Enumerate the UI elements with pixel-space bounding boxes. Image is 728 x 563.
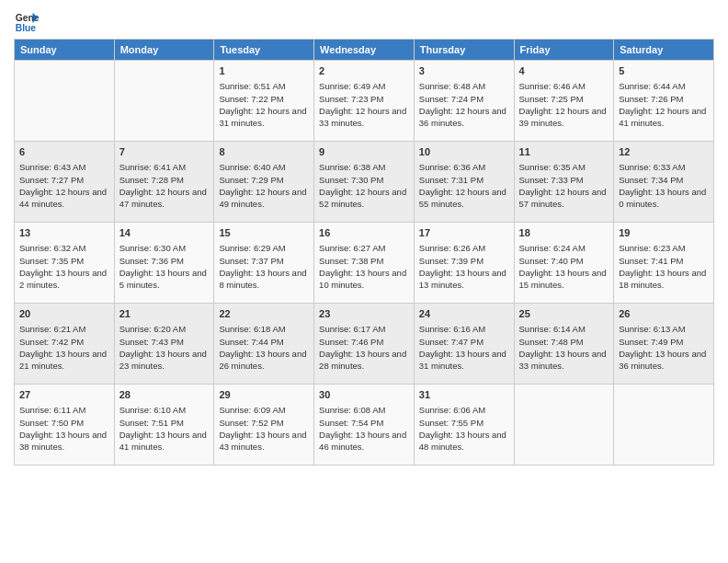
calendar-cell: 1Sunrise: 6:51 AM Sunset: 7:22 PM Daylig… bbox=[214, 61, 314, 142]
calendar-cell: 5Sunrise: 6:44 AM Sunset: 7:26 PM Daylig… bbox=[614, 61, 714, 142]
day-number: 20 bbox=[19, 307, 109, 321]
calendar-header-row: SundayMondayTuesdayWednesdayThursdayFrid… bbox=[15, 40, 714, 61]
day-number: 24 bbox=[419, 307, 509, 321]
day-number: 15 bbox=[219, 226, 309, 240]
day-info: Sunrise: 6:51 AM Sunset: 7:22 PM Dayligh… bbox=[219, 80, 309, 129]
calendar-cell: 21Sunrise: 6:20 AM Sunset: 7:43 PM Dayli… bbox=[114, 304, 214, 385]
calendar-cell: 29Sunrise: 6:09 AM Sunset: 7:52 PM Dayli… bbox=[214, 385, 314, 465]
day-info: Sunrise: 6:35 AM Sunset: 7:33 PM Dayligh… bbox=[519, 161, 609, 210]
day-info: Sunrise: 6:14 AM Sunset: 7:48 PM Dayligh… bbox=[519, 323, 609, 372]
calendar-cell: 11Sunrise: 6:35 AM Sunset: 7:33 PM Dayli… bbox=[514, 142, 614, 223]
calendar-cell: 17Sunrise: 6:26 AM Sunset: 7:39 PM Dayli… bbox=[414, 223, 514, 304]
day-info: Sunrise: 6:09 AM Sunset: 7:52 PM Dayligh… bbox=[219, 404, 309, 453]
calendar-cell bbox=[114, 61, 214, 142]
day-number: 4 bbox=[519, 64, 609, 78]
calendar-cell: 8Sunrise: 6:40 AM Sunset: 7:29 PM Daylig… bbox=[214, 142, 314, 223]
day-number: 16 bbox=[319, 226, 409, 240]
day-number: 25 bbox=[519, 307, 609, 321]
svg-text:Blue: Blue bbox=[16, 23, 37, 33]
calendar-cell: 6Sunrise: 6:43 AM Sunset: 7:27 PM Daylig… bbox=[15, 142, 115, 223]
weekday-header: Monday bbox=[114, 40, 214, 61]
day-info: Sunrise: 6:10 AM Sunset: 7:51 PM Dayligh… bbox=[119, 404, 210, 453]
day-info: Sunrise: 6:36 AM Sunset: 7:31 PM Dayligh… bbox=[419, 161, 509, 210]
day-number: 22 bbox=[219, 307, 309, 321]
calendar-cell: 10Sunrise: 6:36 AM Sunset: 7:31 PM Dayli… bbox=[414, 142, 514, 223]
day-info: Sunrise: 6:20 AM Sunset: 7:43 PM Dayligh… bbox=[119, 323, 210, 372]
day-info: Sunrise: 6:21 AM Sunset: 7:42 PM Dayligh… bbox=[19, 323, 109, 372]
day-number: 12 bbox=[619, 145, 709, 159]
calendar-cell: 31Sunrise: 6:06 AM Sunset: 7:55 PM Dayli… bbox=[414, 385, 514, 465]
calendar-week-row: 1Sunrise: 6:51 AM Sunset: 7:22 PM Daylig… bbox=[15, 61, 714, 142]
day-number: 26 bbox=[619, 307, 709, 321]
day-number: 27 bbox=[19, 388, 109, 402]
calendar-week-row: 20Sunrise: 6:21 AM Sunset: 7:42 PM Dayli… bbox=[15, 304, 714, 385]
calendar-cell: 7Sunrise: 6:41 AM Sunset: 7:28 PM Daylig… bbox=[114, 142, 214, 223]
calendar-cell: 16Sunrise: 6:27 AM Sunset: 7:38 PM Dayli… bbox=[314, 223, 415, 304]
day-info: Sunrise: 6:43 AM Sunset: 7:27 PM Dayligh… bbox=[19, 161, 109, 210]
calendar-week-row: 13Sunrise: 6:32 AM Sunset: 7:35 PM Dayli… bbox=[15, 223, 714, 304]
calendar-cell: 23Sunrise: 6:17 AM Sunset: 7:46 PM Dayli… bbox=[314, 304, 415, 385]
day-info: Sunrise: 6:38 AM Sunset: 7:30 PM Dayligh… bbox=[319, 161, 409, 210]
day-number: 28 bbox=[119, 388, 210, 402]
calendar-cell: 27Sunrise: 6:11 AM Sunset: 7:50 PM Dayli… bbox=[15, 385, 115, 465]
calendar-cell: 28Sunrise: 6:10 AM Sunset: 7:51 PM Dayli… bbox=[114, 385, 214, 465]
day-info: Sunrise: 6:40 AM Sunset: 7:29 PM Dayligh… bbox=[219, 161, 309, 210]
calendar-cell bbox=[15, 61, 115, 142]
day-number: 9 bbox=[319, 145, 409, 159]
calendar-cell: 19Sunrise: 6:23 AM Sunset: 7:41 PM Dayli… bbox=[614, 223, 714, 304]
day-info: Sunrise: 6:27 AM Sunset: 7:38 PM Dayligh… bbox=[319, 242, 409, 291]
day-info: Sunrise: 6:30 AM Sunset: 7:36 PM Dayligh… bbox=[119, 242, 210, 291]
day-info: Sunrise: 6:44 AM Sunset: 7:26 PM Dayligh… bbox=[619, 80, 709, 129]
calendar-cell: 20Sunrise: 6:21 AM Sunset: 7:42 PM Dayli… bbox=[15, 304, 115, 385]
weekday-header: Friday bbox=[514, 40, 614, 61]
day-info: Sunrise: 6:11 AM Sunset: 7:50 PM Dayligh… bbox=[19, 404, 109, 453]
day-number: 10 bbox=[419, 145, 509, 159]
weekday-header: Saturday bbox=[614, 40, 714, 61]
logo-icon: General Blue bbox=[14, 9, 40, 35]
day-info: Sunrise: 6:49 AM Sunset: 7:23 PM Dayligh… bbox=[319, 80, 409, 129]
day-info: Sunrise: 6:33 AM Sunset: 7:34 PM Dayligh… bbox=[619, 161, 709, 210]
calendar-week-row: 6Sunrise: 6:43 AM Sunset: 7:27 PM Daylig… bbox=[15, 142, 714, 223]
day-info: Sunrise: 6:16 AM Sunset: 7:47 PM Dayligh… bbox=[419, 323, 509, 372]
day-number: 23 bbox=[319, 307, 409, 321]
day-number: 8 bbox=[219, 145, 309, 159]
day-number: 1 bbox=[219, 64, 309, 78]
calendar-cell bbox=[514, 385, 614, 465]
day-info: Sunrise: 6:18 AM Sunset: 7:44 PM Dayligh… bbox=[219, 323, 309, 372]
day-info: Sunrise: 6:32 AM Sunset: 7:35 PM Dayligh… bbox=[19, 242, 109, 291]
calendar-table: SundayMondayTuesdayWednesdayThursdayFrid… bbox=[14, 39, 714, 465]
day-number: 17 bbox=[419, 226, 509, 240]
day-number: 11 bbox=[519, 145, 609, 159]
weekday-header: Wednesday bbox=[314, 40, 415, 61]
day-number: 6 bbox=[19, 145, 109, 159]
calendar-cell: 18Sunrise: 6:24 AM Sunset: 7:40 PM Dayli… bbox=[514, 223, 614, 304]
day-info: Sunrise: 6:46 AM Sunset: 7:25 PM Dayligh… bbox=[519, 80, 609, 129]
calendar-body: 1Sunrise: 6:51 AM Sunset: 7:22 PM Daylig… bbox=[15, 61, 714, 465]
day-info: Sunrise: 6:17 AM Sunset: 7:46 PM Dayligh… bbox=[319, 323, 409, 372]
calendar-cell bbox=[614, 385, 714, 465]
calendar-cell: 26Sunrise: 6:13 AM Sunset: 7:49 PM Dayli… bbox=[614, 304, 714, 385]
day-info: Sunrise: 6:29 AM Sunset: 7:37 PM Dayligh… bbox=[219, 242, 309, 291]
logo: General Blue bbox=[14, 9, 40, 35]
calendar-cell: 14Sunrise: 6:30 AM Sunset: 7:36 PM Dayli… bbox=[114, 223, 214, 304]
calendar-cell: 30Sunrise: 6:08 AM Sunset: 7:54 PM Dayli… bbox=[314, 385, 415, 465]
day-number: 31 bbox=[419, 388, 509, 402]
day-number: 18 bbox=[519, 226, 609, 240]
weekday-header: Tuesday bbox=[214, 40, 314, 61]
calendar-cell: 25Sunrise: 6:14 AM Sunset: 7:48 PM Dayli… bbox=[514, 304, 614, 385]
day-number: 19 bbox=[619, 226, 709, 240]
calendar-cell: 2Sunrise: 6:49 AM Sunset: 7:23 PM Daylig… bbox=[314, 61, 415, 142]
calendar-week-row: 27Sunrise: 6:11 AM Sunset: 7:50 PM Dayli… bbox=[15, 385, 714, 465]
day-number: 14 bbox=[119, 226, 210, 240]
day-info: Sunrise: 6:48 AM Sunset: 7:24 PM Dayligh… bbox=[419, 80, 509, 129]
day-number: 21 bbox=[119, 307, 210, 321]
calendar-cell: 22Sunrise: 6:18 AM Sunset: 7:44 PM Dayli… bbox=[214, 304, 314, 385]
day-number: 13 bbox=[19, 226, 109, 240]
day-info: Sunrise: 6:23 AM Sunset: 7:41 PM Dayligh… bbox=[619, 242, 709, 291]
page-header: General Blue bbox=[14, 9, 714, 35]
day-number: 7 bbox=[119, 145, 210, 159]
calendar-cell: 15Sunrise: 6:29 AM Sunset: 7:37 PM Dayli… bbox=[214, 223, 314, 304]
day-info: Sunrise: 6:06 AM Sunset: 7:55 PM Dayligh… bbox=[419, 404, 509, 453]
day-info: Sunrise: 6:26 AM Sunset: 7:39 PM Dayligh… bbox=[419, 242, 509, 291]
day-number: 29 bbox=[219, 388, 309, 402]
